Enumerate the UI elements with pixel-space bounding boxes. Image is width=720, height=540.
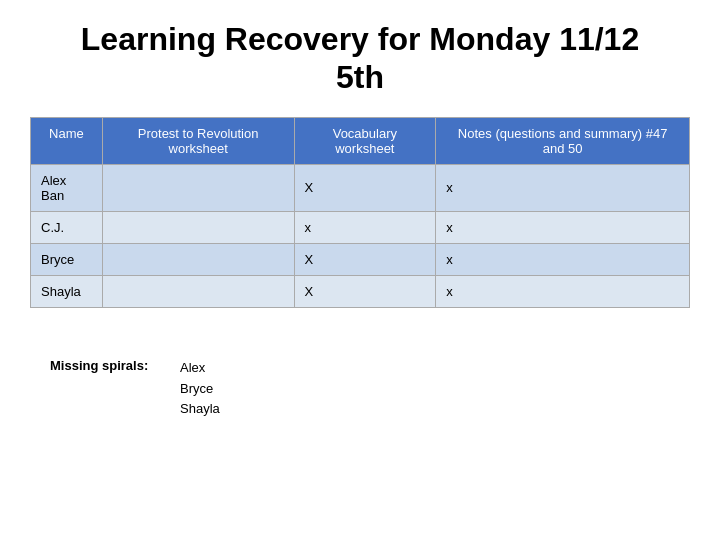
cell-notes: x [436, 211, 690, 243]
missing-names: AlexBryceShayla [180, 358, 220, 420]
table-row: Bryce X x [31, 243, 690, 275]
cell-notes: x [436, 275, 690, 307]
cell-vocabulary: X [294, 275, 436, 307]
cell-protest [102, 164, 294, 211]
cell-vocabulary: X [294, 164, 436, 211]
assignment-table: Name Protest to Revolution worksheet Voc… [30, 117, 690, 308]
cell-name: Alex Ban [31, 164, 103, 211]
cell-protest [102, 243, 294, 275]
missing-label: Missing spirals: [50, 358, 160, 373]
missing-section: Missing spirals: AlexBryceShayla [30, 338, 690, 430]
cell-protest [102, 275, 294, 307]
cell-vocabulary: X [294, 243, 436, 275]
cell-notes: x [436, 164, 690, 211]
page-title: Learning Recovery for Monday 11/125th [30, 20, 690, 97]
cell-protest [102, 211, 294, 243]
table-row: C.J. x x [31, 211, 690, 243]
col-header-vocabulary: Vocabulary worksheet [294, 117, 436, 164]
cell-name: Shayla [31, 275, 103, 307]
cell-name: C.J. [31, 211, 103, 243]
cell-name: Bryce [31, 243, 103, 275]
col-header-name: Name [31, 117, 103, 164]
cell-notes: x [436, 243, 690, 275]
col-header-protest: Protest to Revolution worksheet [102, 117, 294, 164]
table-row: Alex Ban X x [31, 164, 690, 211]
table-row: Shayla X x [31, 275, 690, 307]
col-header-notes: Notes (questions and summary) #47 and 50 [436, 117, 690, 164]
cell-vocabulary: x [294, 211, 436, 243]
